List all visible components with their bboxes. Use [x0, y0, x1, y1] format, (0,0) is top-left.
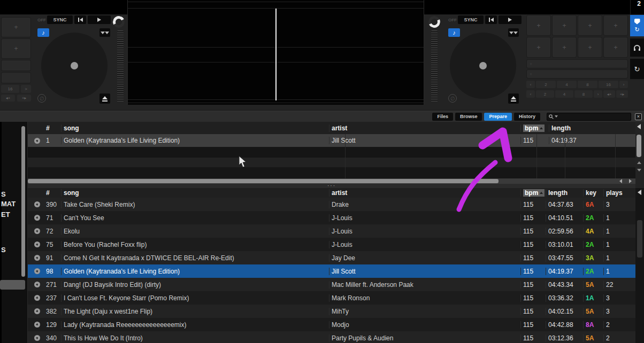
loop-prev-button[interactable]: ‹ [526, 90, 535, 98]
sync-button[interactable]: SYNC [47, 15, 73, 24]
search-box[interactable] [547, 113, 631, 121]
scroll-right-button[interactable] [626, 179, 634, 183]
cue-pad[interactable]: + [603, 37, 628, 58]
column-header-num[interactable]: # [44, 189, 61, 197]
loop-size-8[interactable]: 8 [574, 90, 593, 98]
scrollbar-thumb[interactable] [637, 220, 642, 258]
library-table-row[interactable]: 91Come N Get It Kaytranada x DTWICE DE B… [28, 251, 635, 264]
crate-item[interactable]: MAT [1, 200, 16, 208]
loop-shift-back-button[interactable]: ◂+ [1, 95, 15, 102]
library-table-row[interactable]: 129Lady (Kaytranada Reeeeeeeeeeeeeeemix)… [28, 318, 635, 331]
loop-slot[interactable] [1, 72, 31, 83]
tab-files[interactable]: Files [432, 113, 453, 121]
cue-headphone-button[interactable] [630, 38, 644, 57]
loop-slot[interactable] [1, 60, 31, 71]
tab-prepare[interactable]: Prepare [484, 113, 512, 121]
sync-off-label[interactable]: OFF [448, 15, 457, 24]
nudge-back-button[interactable]: ◂+ [603, 90, 615, 98]
cue-pad[interactable]: + [552, 37, 577, 58]
scrollbar-thumb[interactable] [28, 179, 499, 183]
column-header-artist[interactable]: artist [329, 124, 520, 132]
jog-wheel-right[interactable] [450, 33, 516, 99]
column-header-plays[interactable]: plays [603, 189, 627, 197]
play-button[interactable] [499, 15, 522, 24]
loop-size-16[interactable]: 16 [599, 81, 618, 88]
loop-beats-button[interactable]: 16 [1, 85, 19, 93]
scroll-left-button[interactable] [616, 179, 625, 183]
cue-pad[interactable]: + [526, 15, 551, 36]
prepare-table-row[interactable]: 1Golden (Kaytranada's Life Living Editio… [28, 134, 635, 147]
column-header-song[interactable]: song [61, 124, 329, 132]
key-lock-button[interactable]: ♪ [37, 28, 49, 37]
cue-pad[interactable]: + [578, 37, 602, 58]
library-table-row[interactable]: 75Before You (Rachel Foxx flip)J-Louis11… [28, 238, 635, 251]
library-table-row[interactable]: 237I Can't Lose Ft. Keyone Starr (Pomo R… [28, 291, 635, 305]
collapse-left-icon[interactable] [637, 124, 641, 129]
sidebar-horizontal-scrollbar[interactable] [0, 280, 25, 290]
crate-item[interactable]: S [1, 190, 6, 198]
eject-button[interactable] [508, 93, 519, 104]
library-table-row[interactable]: 340This Is How We Do It (Intro)Party Pup… [28, 331, 635, 343]
column-header-bpm[interactable]: bpm [520, 189, 546, 197]
cue-pad[interactable]: + [603, 15, 628, 36]
eject-button[interactable] [99, 93, 110, 104]
library-table-row[interactable]: 382The Light (Daju x west1ne Flip)MihTy1… [28, 305, 635, 318]
tab-history[interactable]: History [514, 113, 540, 121]
library-table-row[interactable]: 271Dang! (DJ Baysik Intro Edit) (dirty)M… [28, 278, 635, 291]
nudge-fwd-button[interactable]: +▸ [616, 90, 628, 98]
loop-prev-button[interactable]: ‹ [526, 81, 535, 88]
column-header-bpm[interactable]: bpm [520, 124, 549, 132]
scroll-down-icon[interactable] [637, 169, 641, 172]
column-header-key[interactable]: key [583, 189, 603, 197]
pitch-slider-left[interactable] [117, 30, 124, 102]
loop-slot[interactable]: + [526, 59, 628, 68]
loop-next-button[interactable]: > [21, 85, 31, 93]
library-table-row[interactable]: 390Take Care (Sheki Remix)Drake11504:37.… [28, 198, 635, 211]
library-table-row[interactable]: 98Golden (Kaytranada's Life Living Editi… [28, 264, 635, 278]
panel-resize-handle[interactable]: ··· [28, 184, 635, 188]
search-close-button[interactable]: × [635, 113, 642, 120]
loop-refresh-button[interactable]: ↻ [630, 59, 644, 79]
cue-back-button[interactable] [74, 15, 86, 24]
prepare-scrollbar[interactable] [635, 123, 643, 178]
slip-mode-button[interactable]: ∅ [37, 94, 46, 103]
loop-shift-fwd-button[interactable]: +▸ [17, 95, 31, 102]
column-header-artist[interactable]: artist [329, 189, 520, 197]
loop-size-4[interactable]: 4 [557, 81, 577, 88]
sync-button[interactable]: SYNC [458, 15, 484, 24]
cue-pad[interactable]: + [526, 37, 551, 58]
library-scrollbar[interactable] [635, 188, 644, 343]
scroll-up-icon[interactable] [637, 161, 641, 164]
play-button[interactable] [88, 15, 111, 24]
column-header-length[interactable]: length [549, 124, 599, 132]
loop-slot[interactable]: + [526, 69, 628, 79]
cue-pad[interactable]: + [578, 15, 602, 36]
column-header-num[interactable]: # [44, 124, 61, 132]
tab-browse[interactable]: Browse [455, 113, 482, 121]
cue-pad[interactable]: + [552, 15, 577, 36]
sync-off-label[interactable]: OFF [37, 15, 46, 24]
loop-size-2[interactable]: 2 [536, 90, 554, 98]
key-lock-button[interactable]: ♪ [448, 28, 460, 37]
loop-size-8[interactable]: 8 [578, 81, 597, 88]
loop-next-button[interactable]: › [594, 90, 602, 98]
loop-size-2[interactable]: 2 [536, 81, 556, 88]
library-table-row[interactable]: 71Can't You SeeJ-Louis11504:10.512A1 [28, 211, 635, 224]
crate-item[interactable]: S [1, 246, 6, 254]
loop-size-4[interactable]: 4 [555, 90, 573, 98]
loop-next-button[interactable]: › [619, 81, 628, 88]
jog-wheel-left[interactable] [41, 33, 108, 99]
collapse-left-icon[interactable] [638, 190, 641, 195]
library-table-row[interactable]: 72EkoluJ-Louis11502:59.564A1 [28, 224, 635, 238]
cue-pad[interactable]: + [1, 17, 31, 37]
cue-pad[interactable]: + [1, 38, 31, 59]
playback-dropdown-button[interactable] [99, 28, 110, 37]
cue-back-button[interactable] [485, 15, 497, 24]
column-header-song[interactable]: song [61, 189, 329, 197]
playback-dropdown-button[interactable] [508, 28, 519, 37]
search-input[interactable] [559, 114, 629, 119]
pitch-slider-right[interactable] [431, 30, 438, 102]
search-filter-caret-icon[interactable] [555, 115, 558, 118]
column-header-length[interactable]: length [546, 189, 583, 197]
sidebar-scrollbar[interactable] [21, 126, 25, 277]
